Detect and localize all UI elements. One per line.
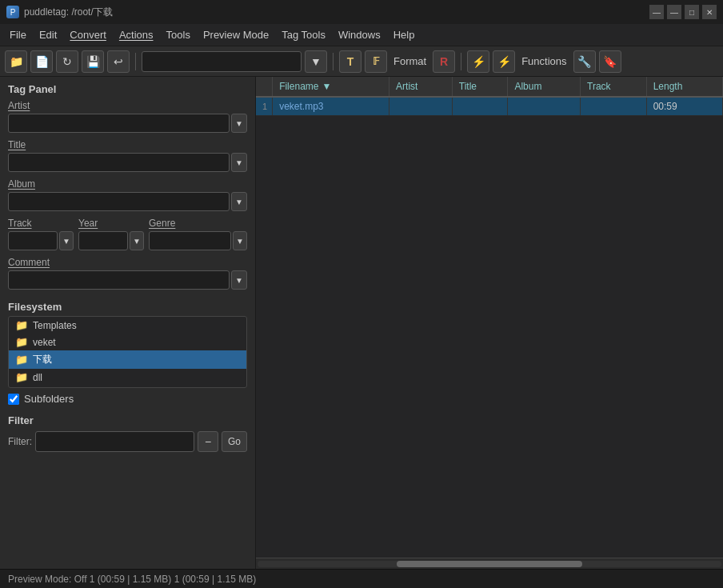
format-dropdown-button[interactable]: ▼ bbox=[305, 50, 327, 73]
refresh-button[interactable]: ↻ bbox=[56, 50, 78, 73]
menu-tools[interactable]: Tools bbox=[160, 26, 197, 44]
album-input[interactable] bbox=[8, 192, 230, 211]
th-filename[interactable]: Filename ▼ bbox=[273, 77, 389, 97]
filter-section: Filter Filter: − Go bbox=[0, 410, 255, 455]
refresh-icon: ↻ bbox=[62, 55, 72, 68]
album-dropdown-button[interactable]: ▼ bbox=[231, 192, 247, 211]
filesystem-tree: 📁 Templates 📁 veket 📁 下载 📁 dll bbox=[8, 316, 247, 388]
comment-input[interactable] bbox=[8, 270, 230, 290]
toolbar-separator-1 bbox=[135, 53, 136, 70]
lightning1-icon: ⚡ bbox=[472, 55, 485, 68]
filter-label: Filter: bbox=[8, 436, 32, 447]
album-dropdown-icon: ▼ bbox=[235, 198, 243, 206]
files-table: Filename ▼ Artist Title Album bbox=[256, 77, 723, 116]
artist-input-row: ▼ bbox=[8, 114, 247, 133]
tree-item-veket[interactable]: 📁 veket bbox=[9, 334, 246, 350]
toolbar-separator-2 bbox=[333, 53, 334, 70]
genre-dropdown-button[interactable]: ▼ bbox=[233, 231, 247, 250]
tag-from-filename-button[interactable]: T bbox=[339, 50, 362, 73]
title-bar: P puddletag: /root/下载 — — □ ✕ bbox=[0, 0, 723, 24]
filter-row: Filter: − Go bbox=[8, 431, 247, 452]
table-row[interactable]: 1 veket.mp3 00:59 bbox=[256, 97, 723, 116]
year-field: Year ▼ bbox=[78, 218, 144, 250]
tree-item-templates[interactable]: 📁 Templates bbox=[9, 317, 246, 334]
artist-input[interactable] bbox=[8, 114, 230, 133]
undo-button[interactable]: ↩ bbox=[107, 50, 130, 73]
tag-from-filename-icon: T bbox=[347, 55, 354, 68]
table-scrollbar[interactable] bbox=[256, 558, 723, 569]
th-length[interactable]: Length bbox=[646, 77, 722, 97]
menu-file[interactable]: File bbox=[3, 26, 33, 44]
filter-input[interactable] bbox=[35, 431, 194, 452]
lightning2-button[interactable]: ⚡ bbox=[493, 50, 515, 73]
tree-item-downloads[interactable]: 📁 下载 bbox=[9, 350, 246, 369]
menu-convert[interactable]: Convert bbox=[63, 26, 113, 44]
functions-extra-button[interactable]: 🔧 bbox=[573, 50, 596, 73]
genre-dropdown-icon: ▼ bbox=[236, 237, 244, 246]
subfolders-row: Subfolders bbox=[0, 388, 255, 410]
genre-select[interactable] bbox=[149, 231, 231, 250]
functions-extra2-button[interactable]: 🔖 bbox=[599, 50, 621, 73]
main-content: Tag Panel Artist ▼ Title ▼ Album bbox=[0, 77, 723, 569]
comment-dropdown-icon: ▼ bbox=[235, 276, 243, 285]
save-icon: 💾 bbox=[86, 55, 100, 68]
open-folder-icon: 📁 bbox=[10, 55, 23, 68]
format-template-input[interactable]: t% - $num(%track%,2) - %title% bbox=[142, 51, 302, 72]
minimize-button[interactable]: — bbox=[667, 5, 681, 19]
th-artist[interactable]: Artist bbox=[389, 77, 453, 97]
track-select[interactable] bbox=[8, 231, 58, 250]
left-panel: Tag Panel Artist ▼ Title ▼ Album bbox=[0, 77, 256, 569]
save-button[interactable]: 💾 bbox=[82, 50, 104, 73]
track-dropdown-button[interactable]: ▼ bbox=[59, 231, 74, 250]
comment-dropdown-button[interactable]: ▼ bbox=[231, 270, 247, 290]
tree-item-dll[interactable]: 📁 dll bbox=[9, 369, 246, 386]
status-bar: Preview Mode: Off 1 (00:59 | 1.15 MB) 1 … bbox=[0, 569, 723, 588]
close-button[interactable]: ✕ bbox=[702, 5, 717, 19]
th-track[interactable]: Track bbox=[581, 77, 647, 97]
lightning1-button[interactable]: ⚡ bbox=[467, 50, 489, 73]
comment-field-group: Comment ▼ bbox=[0, 255, 255, 294]
menu-help[interactable]: Help bbox=[387, 26, 421, 44]
menu-windows[interactable]: Windows bbox=[332, 26, 387, 44]
year-dropdown-button[interactable]: ▼ bbox=[130, 231, 144, 250]
title-input-row: ▼ bbox=[8, 153, 247, 172]
undo-icon: ↩ bbox=[114, 55, 123, 68]
tree-item-veket-label: veket bbox=[33, 337, 56, 348]
folder-icon: 📁 bbox=[15, 319, 28, 331]
th-title[interactable]: Title bbox=[452, 77, 508, 97]
inline-fields: Track ▼ Year ▼ bbox=[8, 218, 247, 250]
menu-tag-tools[interactable]: Tag Tools bbox=[275, 26, 332, 44]
track-select-row: ▼ bbox=[8, 231, 74, 250]
restore-button[interactable]: — bbox=[649, 5, 664, 19]
title-bar-left: P puddletag: /root/下载 bbox=[6, 6, 113, 19]
th-album[interactable]: Album bbox=[508, 77, 581, 97]
subfolders-checkbox[interactable] bbox=[8, 394, 19, 405]
folder-icon-selected: 📁 bbox=[15, 354, 28, 366]
open-file-icon: 📄 bbox=[35, 55, 49, 68]
title-dropdown-button[interactable]: ▼ bbox=[231, 153, 247, 172]
folder-icon-dll: 📁 bbox=[15, 371, 28, 383]
menu-preview-mode[interactable]: Preview Mode bbox=[197, 26, 275, 44]
toolbar-separator-3 bbox=[461, 53, 461, 70]
window-controls: — — □ ✕ bbox=[649, 5, 717, 19]
open-folder-button[interactable]: 📁 bbox=[5, 50, 27, 73]
th-row-num[interactable] bbox=[256, 77, 273, 97]
title-input[interactable] bbox=[8, 153, 230, 172]
filter-go-button[interactable]: Go bbox=[222, 431, 247, 452]
year-select-row: ▼ bbox=[78, 231, 144, 250]
menu-edit[interactable]: Edit bbox=[33, 26, 63, 44]
filter-minus-button[interactable]: − bbox=[198, 431, 218, 452]
format-extra-button[interactable]: R bbox=[433, 50, 455, 73]
artist-dropdown-button[interactable]: ▼ bbox=[231, 114, 247, 133]
year-select[interactable] bbox=[78, 231, 128, 250]
menu-actions[interactable]: Actions bbox=[113, 26, 160, 44]
artist-field-group: Artist ▼ bbox=[0, 98, 255, 138]
functions-extra2-icon: 🔖 bbox=[603, 55, 617, 68]
menu-bar: File Edit Convert Actions Tools Preview … bbox=[0, 24, 723, 46]
filename-from-tag-button[interactable]: 𝔽 bbox=[365, 50, 387, 73]
open-file-button[interactable]: 📄 bbox=[30, 50, 53, 73]
album-input-row: ▼ bbox=[8, 192, 247, 211]
row-filename-1: veket.mp3 bbox=[273, 97, 389, 116]
year-label: Year bbox=[78, 218, 144, 229]
maximize-button[interactable]: □ bbox=[685, 5, 699, 19]
